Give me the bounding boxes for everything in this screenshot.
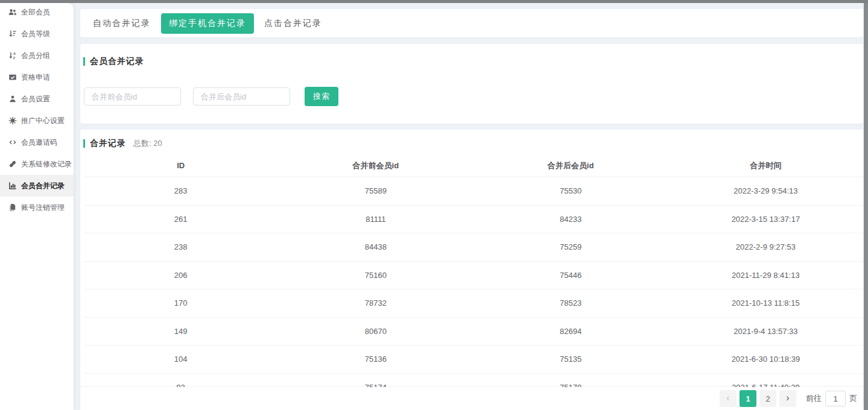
goto-page-input[interactable] [825, 391, 846, 406]
table-panel: 合并记录 总数: 20 ID 合并前会员id 合并后会员id 合并时间 283 … [80, 130, 863, 387]
sidebar-item-label: 推广中心设置 [21, 116, 65, 126]
sidebar-menu: 全部会员 会员等级 A2 会员分组 资格申请 会员设置 推广中心设置 会员邀请码 [0, 1, 74, 218]
svg-text:2: 2 [13, 55, 15, 60]
cell-id: 206 [83, 271, 278, 280]
tab-click-merge[interactable]: 点击合并记录 [256, 13, 330, 34]
pagination-bar: ‹ 1 2 › 前往 页 [80, 387, 863, 410]
tab-bind-phone-merge[interactable]: 绑定手机合并记录 [161, 13, 254, 34]
scrollbar-track[interactable] [864, 0, 868, 410]
page-unit-label: 页 [849, 393, 857, 404]
table-row: 206 75160 75446 2021-11-29 8:41:13 [83, 262, 863, 290]
cell-merge-time: 2022-2-9 9:27:53 [668, 242, 863, 251]
cell-id: 149 [83, 327, 278, 336]
sidebar-item-all-members[interactable]: 全部会员 [0, 1, 74, 23]
cell-id: 170 [83, 298, 278, 308]
file-icon [8, 203, 17, 212]
sidebar-item-label: 全部会员 [21, 7, 50, 17]
users-icon [8, 8, 17, 17]
title-accent-bar [83, 57, 85, 66]
bar-chart-icon [8, 181, 17, 191]
cell-after-id: 75259 [474, 242, 668, 251]
sidebar-item-account-cancellation[interactable]: 账号注销管理 [0, 197, 74, 218]
column-header-id: ID [83, 161, 278, 170]
sidebar-item-label: 会员合并记录 [21, 181, 65, 191]
cell-after-id: 75135 [474, 355, 668, 364]
before-member-id-input[interactable] [84, 87, 181, 106]
sidebar-item-relation-log[interactable]: 关系链修改记录 [0, 153, 74, 175]
cell-id: 104 [83, 355, 278, 364]
page-button-2[interactable]: 2 [759, 390, 776, 407]
cell-before-id: 81111 [278, 215, 473, 224]
table-total-count: 总数: 20 [133, 138, 162, 149]
sidebar-item-label: 会员邀请码 [21, 137, 57, 148]
cell-id: 93 [83, 383, 278, 387]
sidebar-item-label: 会员设置 [21, 94, 50, 104]
column-header-merge-time: 合并时间 [668, 160, 863, 171]
search-panel-title: 会员合并记录 [83, 56, 863, 67]
cell-merge-time: 2022-3-15 13:37:17 [668, 215, 863, 224]
search-button[interactable]: 搜索 [305, 87, 338, 106]
table-header-row: ID 合并前会员id 合并后会员id 合并时间 [83, 154, 863, 177]
cell-before-id: 75160 [278, 271, 473, 280]
sort-level-icon [8, 30, 17, 39]
sidebar: 全部会员 会员等级 A2 会员分组 资格申请 会员设置 推广中心设置 会员邀请码 [0, 3, 74, 410]
cell-merge-time: 2022-3-29 9:54:13 [668, 186, 863, 195]
cell-before-id: 75174 [278, 383, 473, 387]
next-page-button[interactable]: › [779, 390, 796, 407]
tab-bar: 自动合并记录 绑定手机合并记录 点击合并记录 [80, 9, 863, 37]
sidebar-item-label: 会员等级 [21, 29, 50, 39]
tab-auto-merge[interactable]: 自动合并记录 [85, 13, 159, 34]
table-title-text: 合并记录 [90, 138, 126, 149]
table-panel-title: 合并记录 总数: 20 [83, 138, 863, 149]
cell-before-id: 75136 [278, 355, 473, 364]
cell-id: 283 [83, 186, 278, 195]
cell-merge-time: 2021-11-29 8:41:13 [668, 271, 863, 280]
sidebar-item-label: 账号注销管理 [21, 203, 65, 213]
code-icon [8, 138, 17, 147]
table-row: 170 78732 78523 2021-10-13 11:8:15 [83, 289, 863, 318]
table-row: 93 75174 75170 2021-6-17 11:40:29 [83, 374, 863, 388]
cell-id: 238 [83, 242, 278, 251]
table-row: 238 84438 75259 2022-2-9 9:27:53 [83, 233, 863, 262]
sidebar-item-promotion-settings[interactable]: 推广中心设置 [0, 110, 74, 131]
cell-before-id: 84438 [278, 242, 473, 251]
window-top-edge [0, 0, 868, 3]
sidebar-item-qualification[interactable]: 资格申请 [0, 66, 74, 88]
sidebar-item-member-level[interactable]: 会员等级 [0, 23, 74, 45]
title-accent-bar [83, 139, 85, 148]
cell-merge-time: 2021-10-13 11:8:15 [668, 298, 863, 308]
column-header-after-id: 合并后会员id [474, 160, 668, 171]
cell-after-id: 78523 [474, 298, 668, 308]
prev-page-button[interactable]: ‹ [720, 390, 737, 407]
gear-icon [8, 116, 17, 125]
sidebar-item-label: 关系链修改记录 [21, 159, 72, 169]
goto-label: 前往 [806, 393, 822, 404]
sidebar-item-label: 会员分组 [21, 51, 50, 61]
after-member-id-input[interactable] [193, 87, 290, 106]
cell-after-id: 75530 [474, 186, 668, 195]
link-icon [8, 160, 17, 169]
sort-group-icon: A2 [8, 51, 17, 60]
chevron-left-icon: ‹ [726, 393, 729, 403]
cell-before-id: 78732 [278, 298, 473, 308]
table-body: 283 75589 75530 2022-3-29 9:54:13 261 81… [83, 177, 863, 387]
page-button-1[interactable]: 1 [740, 390, 756, 407]
cell-after-id: 84233 [474, 215, 668, 224]
sidebar-item-member-settings[interactable]: 会员设置 [0, 88, 74, 110]
table-row: 104 75136 75135 2021-6-30 10:18:39 [83, 345, 863, 374]
goto-page-control: 前往 页 [806, 391, 857, 406]
sidebar-item-member-group[interactable]: A2 会员分组 [0, 45, 74, 66]
table-row: 283 75589 75530 2022-3-29 9:54:13 [83, 177, 863, 206]
sidebar-item-invite-code[interactable]: 会员邀请码 [0, 131, 74, 153]
cell-merge-time: 2021-9-4 13:57:33 [668, 327, 863, 336]
chevron-right-icon: › [786, 393, 789, 403]
search-form: 搜索 [84, 87, 863, 106]
column-header-before-id: 合并前会员id [278, 160, 473, 171]
table-row: 261 81111 84233 2022-3-15 13:37:17 [83, 206, 863, 234]
cell-id: 261 [83, 215, 278, 224]
qualification-icon [8, 73, 17, 82]
sidebar-item-merge-records[interactable]: 会员合并记录 [0, 175, 74, 197]
cell-before-id: 75589 [278, 186, 473, 195]
search-panel-title-text: 会员合并记录 [90, 56, 144, 67]
user-icon [8, 95, 17, 104]
